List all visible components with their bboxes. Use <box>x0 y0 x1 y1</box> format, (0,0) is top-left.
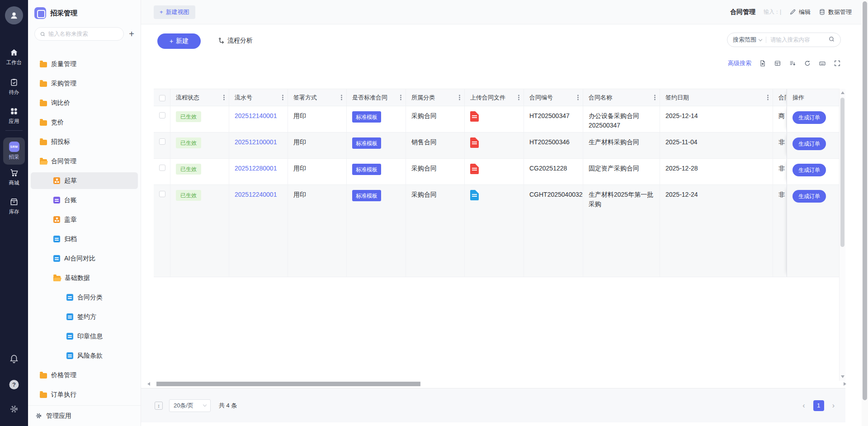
column-menu-icon[interactable] <box>459 97 460 98</box>
keyboard-icon[interactable] <box>819 60 826 67</box>
refresh-icon[interactable] <box>804 60 811 67</box>
scrollbar-thumb[interactable] <box>156 382 420 386</box>
search-scope-select[interactable]: 搜索范围 <box>733 36 762 44</box>
table-horizontal-scrollbar[interactable] <box>147 381 846 387</box>
layout-icon[interactable] <box>774 60 781 67</box>
column-menu-icon[interactable] <box>282 97 283 98</box>
flow-analysis-button[interactable]: 流程分析 <box>218 37 253 45</box>
page-size-select[interactable]: 20条/页 <box>169 399 211 412</box>
tree-item-ai-compare[interactable]: AI合同对比 <box>28 249 141 268</box>
select-all-checkbox[interactable] <box>159 95 165 101</box>
serial-link[interactable]: 202512240001 <box>235 191 277 198</box>
generate-order-button[interactable]: 生成订单 <box>793 137 826 150</box>
edit-button[interactable]: 编辑 <box>789 8 811 16</box>
search-icon[interactable] <box>828 36 835 44</box>
advanced-search-link[interactable]: 高级搜索 <box>728 59 751 67</box>
search-input[interactable] <box>770 37 828 43</box>
row-height-icon[interactable]: ↕ <box>155 402 163 410</box>
rail-item-todo[interactable]: 待办 <box>0 78 28 96</box>
tree-item-tender[interactable]: 招投标 <box>28 132 141 151</box>
next-page-arrow[interactable]: › <box>832 402 835 409</box>
contract-file-icon[interactable] <box>470 190 479 200</box>
contract-file-icon[interactable] <box>470 164 479 174</box>
data-manage-button[interactable]: 数据管理 <box>819 8 852 16</box>
tree-item-ledger[interactable]: 台账 <box>28 190 141 210</box>
tree-item-quality[interactable]: 质量管理 <box>28 54 141 74</box>
add-view-plus-icon[interactable]: + <box>129 29 134 38</box>
table-row: 已生效 202512240001 用印 标准模板 采购合同 CGHT202504… <box>154 185 839 277</box>
sidebar-search-input[interactable] <box>48 31 118 37</box>
scroll-left-arrow[interactable] <box>147 382 150 386</box>
scroll-right-arrow[interactable] <box>844 382 846 386</box>
fullscreen-icon[interactable] <box>834 60 841 67</box>
page-scrollbar[interactable] <box>862 0 868 426</box>
total-count: 共 4 条 <box>219 402 237 410</box>
row-checkbox[interactable] <box>159 165 165 171</box>
generate-order-button[interactable]: 生成订单 <box>793 190 826 203</box>
column-menu-icon[interactable] <box>341 97 342 98</box>
serial-link[interactable]: 202512280001 <box>235 165 277 172</box>
create-button[interactable]: + 新建 <box>157 33 201 49</box>
person-icon <box>9 10 19 20</box>
new-view-tab[interactable]: + 新建视图 <box>154 5 195 19</box>
table-vertical-scrollbar[interactable] <box>839 89 845 381</box>
rail-item-workbench[interactable]: 工作台 <box>0 48 28 66</box>
scroll-up-arrow[interactable] <box>841 91 844 94</box>
settings-gear-icon[interactable] <box>9 404 19 416</box>
tree-item-archive[interactable]: 归档 <box>28 229 141 249</box>
rail-item-apps[interactable]: 应用 <box>0 107 28 125</box>
contract-file-icon[interactable] <box>470 111 479 122</box>
tree-item-seal-info[interactable]: 印章信息 <box>28 327 141 346</box>
scrollbar-thumb[interactable] <box>840 98 844 247</box>
folder-icon <box>40 101 47 106</box>
contract-file-icon[interactable] <box>470 137 479 148</box>
rail-item-mall[interactable]: 商城 <box>0 168 28 186</box>
tree-item-base-data[interactable]: 基础数据 <box>28 268 141 288</box>
row-checkbox[interactable] <box>159 112 165 118</box>
current-page-button[interactable]: 1 <box>813 400 824 411</box>
prev-page-arrow[interactable]: ‹ <box>802 402 805 409</box>
generate-order-button[interactable]: 生成订单 <box>793 164 826 176</box>
column-menu-icon[interactable] <box>577 97 579 98</box>
sidebar-search[interactable] <box>34 27 124 41</box>
tree-item-contract-category[interactable]: 合同分类 <box>28 288 141 307</box>
doc-icon <box>53 255 60 262</box>
tree-item-inquiry[interactable]: 询比价 <box>28 93 141 113</box>
tree-item-bidding-price[interactable]: 竞价 <box>28 113 141 132</box>
row-checkbox[interactable] <box>159 138 165 145</box>
tree-item-seal[interactable]: 盖章 <box>28 210 141 229</box>
tree-item-order-exec[interactable]: 订单执行 <box>28 385 141 404</box>
tree-item-price-mgmt[interactable]: 价格管理 <box>28 365 141 385</box>
tree-item-draft[interactable]: 起草 <box>28 171 141 190</box>
tree-item-purchase[interactable]: 采购管理 <box>28 74 141 93</box>
column-menu-icon[interactable] <box>223 97 225 98</box>
doc-icon <box>53 197 60 204</box>
serial-link[interactable]: 202512100001 <box>235 138 277 146</box>
export-icon[interactable] <box>759 60 766 67</box>
help-icon[interactable]: ? <box>9 380 19 389</box>
scroll-down-arrow[interactable] <box>841 375 844 378</box>
generate-order-button[interactable]: 生成订单 <box>793 111 826 124</box>
notifications-bell-icon[interactable] <box>9 354 19 365</box>
tree-item-contract-mgmt[interactable]: 合同管理 <box>28 151 141 171</box>
home-icon <box>9 48 19 57</box>
doc-icon <box>66 333 73 340</box>
row-sort-icon[interactable] <box>789 60 796 67</box>
table-toolbar: 高级搜索 <box>728 59 841 67</box>
status-badge: 已生效 <box>176 111 201 122</box>
user-avatar[interactable] <box>5 6 23 24</box>
column-menu-icon[interactable] <box>654 97 656 98</box>
rail-item-srm[interactable]: SRM 招采 <box>3 137 25 165</box>
rail-item-inventory[interactable]: 库存 <box>0 197 28 215</box>
scrollbar-thumb[interactable] <box>863 1 867 400</box>
column-menu-icon[interactable] <box>518 97 519 98</box>
row-checkbox[interactable] <box>159 191 165 197</box>
column-menu-icon[interactable] <box>767 97 769 98</box>
manage-apps-button[interactable]: 管理应用 <box>28 405 141 426</box>
serial-link[interactable]: 202512140001 <box>235 112 277 119</box>
sidebar-tree: 质量管理 采购管理 询比价 竞价 招投标 合同管理 起草 台账 盖章 归档 AI… <box>28 54 141 404</box>
column-menu-icon[interactable] <box>400 97 401 98</box>
tree-item-risk-clause[interactable]: 风险条款 <box>28 346 141 365</box>
tree-item-signer[interactable]: 签约方 <box>28 307 141 327</box>
scrollbar-track[interactable] <box>154 382 840 386</box>
